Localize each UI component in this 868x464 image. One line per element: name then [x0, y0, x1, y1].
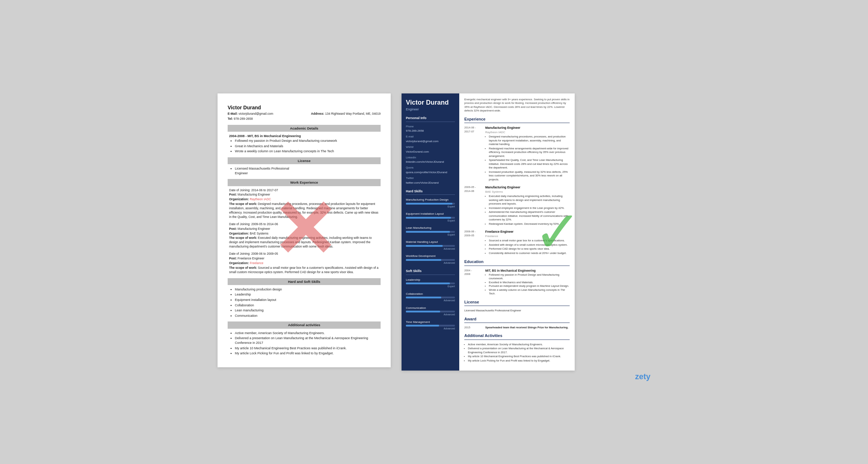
- skills-content: Manufacturing production design Leadersh…: [228, 287, 381, 318]
- edu-dates-1: 2004 -2008: [464, 269, 482, 296]
- list-item: My article 10 Mechanical Engineering Bes…: [235, 346, 379, 351]
- skill-name: Workflow Development: [406, 254, 455, 258]
- right-title: Engineer: [406, 107, 455, 112]
- skills-bullets: Manufacturing production design Leadersh…: [229, 287, 379, 318]
- right-sidebar: Victor Durand Engineer Personal Info Pho…: [402, 93, 459, 371]
- skill-bar-bg: [406, 297, 455, 298]
- skill-level: Advanced: [406, 261, 455, 265]
- list-item: Lean manufacturing: [235, 308, 379, 313]
- work-scope-3: The scope of work: Sourced a small motor…: [229, 266, 379, 275]
- email-sidebar-value: victorjdurand@gmail.com: [406, 139, 455, 143]
- edu-entry-1: 2004 -2008 MIT, BS in Mechanical Enginee…: [464, 269, 570, 296]
- experience-title: Experience: [464, 117, 570, 123]
- award-title: Award: [464, 316, 570, 323]
- email-label: E-Mail:: [228, 112, 238, 115]
- right-summary: Energetic mechanical engineer with 9+ ye…: [464, 98, 570, 113]
- work-entry: Date of Joining: 2008-06 to 2009-05 Post…: [229, 252, 379, 274]
- skill-workflow: Workflow Development Advanced: [406, 254, 455, 264]
- skill-bar-fill: [406, 311, 440, 312]
- license-title: License: [464, 299, 570, 306]
- skills-header: Hard and Soft Skills: [228, 278, 381, 285]
- list-item: Licensed Massachusetts ProfessionalEngin…: [235, 166, 379, 175]
- work-dates-1: Date of Joining: 2014-06 to 2017-07: [229, 188, 379, 193]
- list-item: Redesigned Kanban system. Decreased inve…: [489, 222, 570, 226]
- additional-header: Additional activities: [228, 321, 381, 328]
- additional-title: Additional Activities: [464, 333, 570, 340]
- exp-content-3: Freelance Engineer Freelance Sourced a s…: [485, 230, 570, 255]
- skill-level: Advanced: [406, 313, 455, 316]
- skill-bar-bg: [406, 217, 455, 219]
- list-item: Increased production quality, measured b…: [489, 170, 570, 182]
- list-item: Administered the manufacturing departmen…: [489, 210, 570, 222]
- page-container: ✕ Victor Durand E-Mail: victorjdurand@gm…: [218, 93, 650, 371]
- skill-bar-fill: [406, 217, 451, 219]
- license-value: Licensed Massachusetts Professional Engi…: [464, 309, 570, 313]
- skill-name: Communication: [406, 306, 455, 310]
- skill-level: Advanced: [406, 327, 455, 331]
- academic-content: 2004-2008 - MIT, BS in Mechanical Engine…: [228, 134, 381, 153]
- skill-material-handling: Material Handling Layout Advanced: [406, 240, 455, 250]
- work-dates-2: Date of Joining: 2009-05 to 2014-06: [229, 222, 379, 227]
- address-label: Address:: [311, 112, 324, 115]
- experience-section: Experience 2014-06 -2017-07 Manufacturin…: [464, 117, 570, 256]
- additional-bullets-right: Active member, American Society of Manuf…: [464, 343, 570, 363]
- work-header: Work Experience: [228, 179, 381, 186]
- additional-bullets: Active member, American Society of Manuf…: [229, 331, 379, 356]
- list-item: Active member, American Society of Manuf…: [235, 331, 379, 336]
- edu-degree-1: MIT, BS in Mechanical Engineering: [485, 269, 570, 273]
- quora-label: Quora: [406, 166, 455, 170]
- address-line: Address: 134 Rightward Way Portland, ME,…: [311, 112, 381, 116]
- skill-bar-bg: [406, 203, 455, 205]
- edu-bullets-1: Followed my passion in Product Design an…: [485, 273, 570, 296]
- zety-watermark: zety: [635, 372, 650, 381]
- exp-bullets-3: Sourced a small motor gear box for a cus…: [485, 239, 570, 255]
- personal-info-title: Personal Info: [406, 116, 455, 122]
- www-value: VictorDurand.com: [406, 150, 455, 154]
- skill-bar-bg: [406, 231, 455, 233]
- list-item: Followed my passion in Product Design an…: [489, 273, 570, 281]
- list-item: Active member, American Society of Manuf…: [468, 343, 570, 347]
- twitter-value: twitter.com/VictorJDurand: [406, 181, 455, 185]
- work-content: Date of Joining: 2014-06 to 2017-07 Post…: [228, 188, 381, 275]
- list-item: Delivered a presentation on Lean Manufac…: [235, 336, 379, 345]
- sidebar-www: WWW VictorDurand.com: [406, 145, 455, 154]
- license-bullets: Licensed Massachusetts ProfessionalEngin…: [229, 166, 379, 175]
- award-year: 2015: [464, 326, 482, 330]
- exp-company-1: Raytheon IADC: [485, 130, 570, 134]
- skill-level: Expert: [406, 285, 455, 288]
- list-item: Followed my passion in Product Design an…: [235, 139, 379, 143]
- www-label: WWW: [406, 145, 455, 149]
- skill-name: Time Management: [406, 320, 455, 324]
- license-header: License: [228, 157, 381, 164]
- quora-value: quora.com/profile/VictorJDurand: [406, 170, 455, 174]
- license-section: License Licensed Massachusetts Professio…: [464, 299, 570, 313]
- skill-level: Expert: [406, 233, 455, 237]
- skill-bar-fill: [406, 259, 441, 261]
- additional-section: Additional Activities Active member, Ame…: [464, 333, 570, 363]
- email-sidebar-label: E-mail: [406, 135, 455, 139]
- list-item: Designed manufacturing procedures, proce…: [489, 135, 570, 146]
- left-name: Victor Durand: [228, 104, 381, 111]
- academic-degree: 2004-2008 - MIT, BS in Mechanical Engine…: [229, 134, 379, 139]
- soft-skills-title: Soft Skills: [406, 269, 455, 275]
- resume-left: ✕ Victor Durand E-Mail: victorjdurand@gm…: [218, 93, 391, 367]
- skill-bar-fill: [406, 283, 450, 284]
- skill-mfg-design: Manufacturing Production Design Expert: [406, 198, 455, 208]
- right-main: Energetic mechanical engineer with 9+ ye…: [459, 93, 575, 371]
- phone-label: Phone: [406, 125, 455, 129]
- list-item: Leadership: [235, 292, 379, 297]
- work-scope-2: The scope of work: Executed daily manufa…: [229, 236, 379, 249]
- sidebar-twitter: Twitter twitter.com/VictorJDurand: [406, 176, 455, 185]
- skill-time-mgmt: Time Management Advanced: [406, 320, 455, 331]
- skill-name: Manufacturing Production Design: [406, 198, 455, 202]
- tel-value: 978-289-2658: [234, 117, 253, 121]
- skill-name: Lean Manufacturing: [406, 226, 455, 230]
- sidebar-email: E-mail victorjdurand@gmail.com: [406, 135, 455, 143]
- exp-job-title-3: Freelance Engineer: [485, 230, 570, 234]
- skill-name: Collaboration: [406, 292, 455, 296]
- exp-bullets-2: Executed daily manufacturing engineering…: [485, 194, 570, 226]
- skill-name: Equipment Installation Layout: [406, 212, 455, 216]
- list-item: Executed daily manufacturing engineering…: [489, 194, 570, 206]
- skill-bar-fill: [406, 231, 450, 233]
- skill-level: Advanced: [406, 247, 455, 251]
